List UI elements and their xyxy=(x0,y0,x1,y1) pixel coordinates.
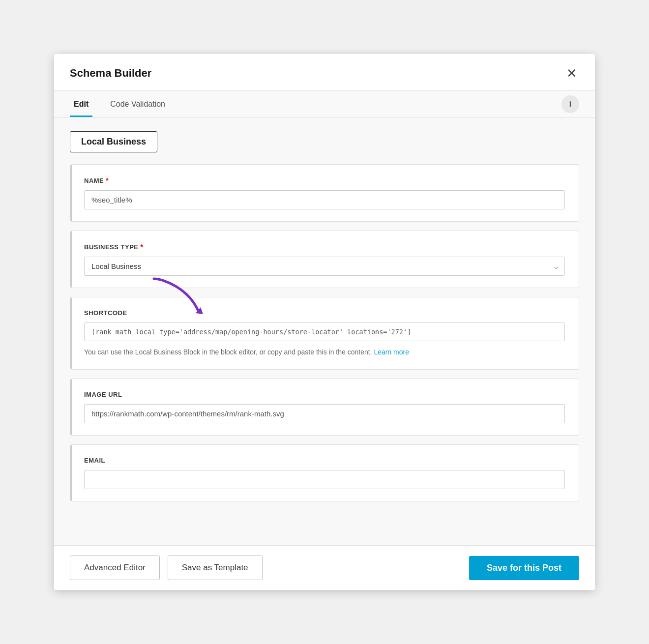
business-type-select[interactable]: Local Business Restaurant Store Organiza… xyxy=(84,257,565,276)
info-icon: i xyxy=(569,100,571,109)
modal-header: Schema Builder ✕ xyxy=(54,54,595,91)
tabs-bar: Edit Code Validation i xyxy=(54,91,595,117)
modal-title: Schema Builder xyxy=(70,67,151,80)
name-section: NAME * xyxy=(70,164,579,222)
schema-type-badge[interactable]: Local Business xyxy=(70,131,157,152)
shortcode-section: SHORTCODE You can use the Local Business… xyxy=(70,297,579,370)
image-url-section: IMAGE URL xyxy=(70,379,579,436)
image-url-input[interactable] xyxy=(84,404,565,423)
name-label: NAME * xyxy=(84,176,565,184)
modal-content: Local Business NAME * BUSINESS TYPE * Lo… xyxy=(54,117,595,545)
tab-code-validation[interactable]: Code Validation xyxy=(106,91,169,117)
close-button[interactable]: ✕ xyxy=(564,65,579,82)
shortcode-input[interactable] xyxy=(84,322,565,341)
image-url-label: IMAGE URL xyxy=(84,391,565,398)
tab-edit[interactable]: Edit xyxy=(70,91,92,117)
business-type-required-star: * xyxy=(141,243,144,251)
business-type-label: BUSINESS TYPE * xyxy=(84,243,565,251)
business-type-section: BUSINESS TYPE * Local Business Restauran… xyxy=(70,231,579,288)
email-section: EMAIL xyxy=(70,444,579,501)
email-input[interactable] xyxy=(84,470,565,489)
save-template-button[interactable]: Save as Template xyxy=(168,556,263,580)
name-input[interactable] xyxy=(84,190,565,209)
info-button[interactable]: i xyxy=(561,95,579,113)
modal-footer: Advanced Editor Save as Template Save fo… xyxy=(54,545,595,590)
shortcode-help-text: You can use the Local Business Block in … xyxy=(84,347,565,357)
schema-builder-modal: Schema Builder ✕ Edit Code Validation i … xyxy=(54,54,595,590)
business-type-select-wrapper: Local Business Restaurant Store Organiza… xyxy=(84,257,565,276)
email-label: EMAIL xyxy=(84,457,565,464)
save-post-button[interactable]: Save for this Post xyxy=(469,556,579,580)
close-icon: ✕ xyxy=(566,66,577,81)
advanced-editor-button[interactable]: Advanced Editor xyxy=(70,556,160,580)
shortcode-label: SHORTCODE xyxy=(84,309,565,317)
name-required-star: * xyxy=(106,176,109,184)
footer-left-buttons: Advanced Editor Save as Template xyxy=(70,556,263,580)
learn-more-link[interactable]: Learn more xyxy=(374,348,409,356)
